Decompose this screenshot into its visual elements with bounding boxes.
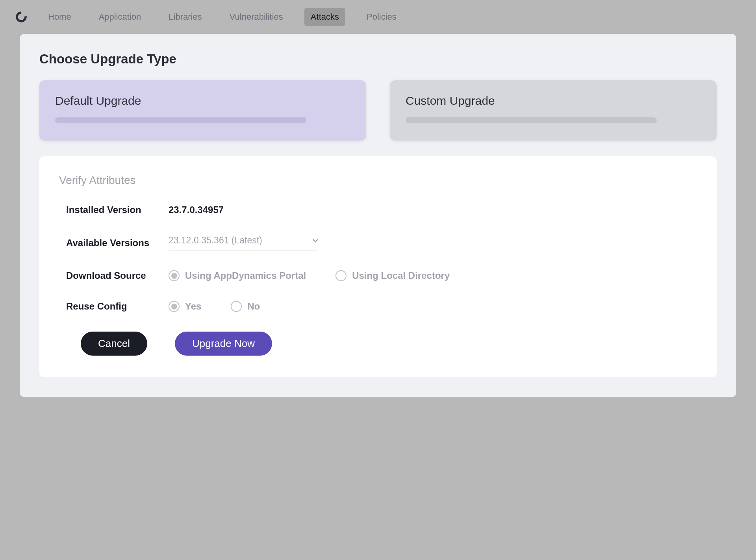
- reuse-config-label: Reuse Config: [66, 301, 169, 312]
- radio-circle-icon: [231, 301, 242, 312]
- installed-version-row: Installed Version 23.7.0.34957: [59, 204, 697, 215]
- app-logo-icon: [16, 11, 27, 22]
- radio-circle-icon: [335, 270, 346, 281]
- radio-circle-icon: [169, 301, 180, 312]
- available-versions-label: Available Versions: [66, 237, 169, 248]
- nav-vulnerabilities[interactable]: Vulnerabilities: [223, 8, 289, 26]
- radio-no-label: No: [247, 301, 260, 312]
- custom-upgrade-title: Custom Upgrade: [406, 94, 701, 108]
- nav-application[interactable]: Application: [93, 8, 148, 26]
- available-versions-row: Available Versions 23.12.0.35.361 (Lates…: [59, 235, 697, 250]
- nav-bar: Home Application Libraries Vulnerabiliti…: [0, 0, 756, 34]
- custom-upgrade-bar: [406, 117, 657, 123]
- attributes-title: Verify Attributes: [59, 174, 697, 187]
- custom-upgrade-card[interactable]: Custom Upgrade: [390, 80, 717, 141]
- radio-yes-label: Yes: [185, 301, 201, 312]
- radio-local-label: Using Local Directory: [352, 270, 450, 281]
- cancel-button[interactable]: Cancel: [81, 332, 147, 356]
- upgrade-now-button[interactable]: Upgrade Now: [175, 332, 272, 356]
- radio-portal[interactable]: Using AppDynamics Portal: [169, 270, 306, 281]
- download-source-label: Download Source: [66, 270, 169, 281]
- modal-title: Choose Upgrade Type: [39, 52, 717, 67]
- default-upgrade-title: Default Upgrade: [55, 94, 350, 108]
- upgrade-type-row: Default Upgrade Custom Upgrade: [39, 80, 717, 141]
- radio-no[interactable]: No: [231, 301, 260, 312]
- attributes-panel: Verify Attributes Installed Version 23.7…: [39, 156, 717, 377]
- nav-policies[interactable]: Policies: [360, 8, 403, 26]
- svg-point-0: [16, 11, 27, 22]
- radio-circle-icon: [169, 270, 180, 281]
- button-row: Cancel Upgrade Now: [59, 332, 697, 356]
- chevron-down-icon: [313, 237, 318, 244]
- nav-home[interactable]: Home: [42, 8, 78, 26]
- nav-attacks[interactable]: Attacks: [304, 8, 345, 26]
- radio-portal-label: Using AppDynamics Portal: [185, 270, 306, 281]
- installed-version-label: Installed Version: [66, 204, 169, 215]
- available-versions-value: 23.12.0.35.361 (Latest): [169, 235, 262, 246]
- available-versions-dropdown[interactable]: 23.12.0.35.361 (Latest): [169, 235, 318, 250]
- download-source-group: Using AppDynamics Portal Using Local Dir…: [169, 270, 450, 281]
- upgrade-modal: Choose Upgrade Type Default Upgrade Cust…: [20, 34, 736, 397]
- radio-local[interactable]: Using Local Directory: [335, 270, 450, 281]
- app-window: Home Application Libraries Vulnerabiliti…: [0, 0, 756, 560]
- reuse-config-row: Reuse Config Yes No: [59, 301, 697, 312]
- radio-yes[interactable]: Yes: [169, 301, 201, 312]
- nav-libraries[interactable]: Libraries: [162, 8, 208, 26]
- default-upgrade-bar: [55, 117, 306, 123]
- download-source-row: Download Source Using AppDynamics Portal…: [59, 270, 697, 281]
- reuse-config-group: Yes No: [169, 301, 260, 312]
- installed-version-value: 23.7.0.34957: [169, 204, 224, 215]
- default-upgrade-card[interactable]: Default Upgrade: [39, 80, 366, 141]
